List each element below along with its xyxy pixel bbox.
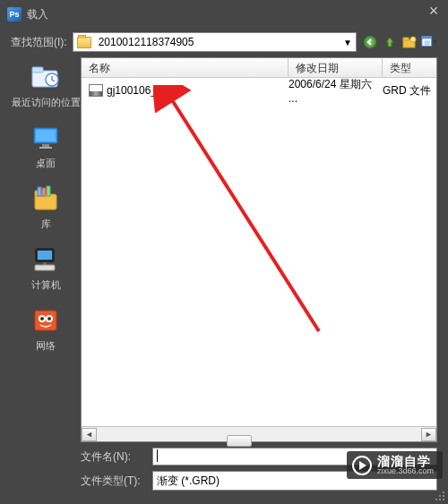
library-icon: [30, 183, 62, 215]
svg-rect-5: [422, 37, 432, 39]
dialog-title: 载入: [27, 7, 48, 22]
up-button[interactable]: [382, 34, 398, 50]
file-name: gj100106_3.grd: [107, 84, 181, 97]
svg-line-30: [169, 96, 319, 331]
svg-point-28: [40, 317, 44, 320]
svg-rect-22: [38, 251, 52, 260]
sidebar-recent-label: 最近访问的位置: [12, 96, 81, 109]
svg-rect-14: [42, 144, 49, 147]
svg-rect-18: [38, 187, 41, 196]
recent-places-icon: [30, 61, 62, 93]
sidebar-library[interactable]: 库: [30, 183, 62, 231]
svg-rect-10: [32, 67, 43, 73]
horizontal-scrollbar[interactable]: ◄ ►: [82, 426, 436, 441]
sidebar-library-label: 库: [41, 218, 51, 231]
grd-file-icon: [89, 84, 103, 97]
svg-rect-24: [35, 265, 55, 270]
places-sidebar: 最近访问的位置 桌面 库: [11, 57, 81, 442]
title-bar: Ps 载入 ×: [4, 4, 444, 25]
path-dropdown[interactable]: 2010012118374905 ▼: [73, 32, 357, 52]
column-date[interactable]: 修改日期: [289, 58, 383, 77]
filetype-label: 文件类型(T):: [81, 474, 145, 489]
scroll-left-arrow[interactable]: ◄: [82, 428, 97, 441]
svg-rect-19: [42, 188, 46, 196]
file-list-pane: 名称 修改日期 类型 gj100106_3.grd 2006/6/24 星期六 …: [81, 57, 437, 442]
sidebar-recent[interactable]: 最近访问的位置: [12, 61, 81, 109]
column-type[interactable]: 类型: [383, 58, 436, 77]
close-button[interactable]: ×: [425, 2, 443, 21]
svg-point-29: [47, 317, 51, 320]
lookup-label: 查找范围(I):: [11, 35, 67, 50]
svg-point-0: [364, 36, 376, 48]
sidebar-computer[interactable]: 计算机: [30, 243, 62, 292]
file-date: 2006/6/24 星期六 ...: [289, 78, 383, 105]
sidebar-network-label: 网络: [36, 339, 56, 353]
svg-rect-16: [35, 194, 56, 209]
path-text: 2010012118374905: [99, 36, 194, 48]
file-list[interactable]: gj100106_3.grd 2006/6/24 星期六 ... GRD 文件: [82, 78, 436, 426]
app-icon: Ps: [7, 7, 22, 21]
filetype-value: 渐变 (*.GRD): [157, 474, 220, 489]
resize-grip[interactable]: [434, 490, 444, 500]
folder-icon: [77, 37, 91, 48]
back-button[interactable]: [362, 34, 378, 50]
sidebar-computer-label: 计算机: [31, 278, 61, 292]
sidebar-desktop[interactable]: 桌面: [30, 122, 62, 170]
svg-point-3: [410, 37, 416, 42]
file-row[interactable]: gj100106_3.grd 2006/6/24 星期六 ... GRD 文件: [82, 81, 436, 99]
desktop-icon: [30, 122, 62, 154]
scroll-thumb[interactable]: [227, 435, 252, 447]
new-folder-button[interactable]: [401, 34, 418, 50]
sidebar-desktop-label: 桌面: [36, 157, 56, 170]
play-icon: [352, 456, 372, 475]
filename-label: 文件名(N):: [81, 449, 145, 465]
scroll-right-arrow[interactable]: ►: [421, 428, 436, 441]
file-type: GRD 文件: [383, 83, 436, 98]
computer-icon: [30, 243, 62, 276]
dropdown-arrow-icon: ▼: [343, 38, 352, 47]
column-name[interactable]: 名称: [82, 58, 289, 77]
view-menu-button[interactable]: [421, 34, 437, 50]
watermark-main: 溜溜自学: [377, 455, 434, 467]
column-headers[interactable]: 名称 修改日期 类型: [82, 58, 436, 78]
watermark: 溜溜自学 zixue.3d66.com: [347, 451, 443, 479]
svg-rect-2: [403, 38, 409, 40]
annotation-arrow: [153, 85, 332, 345]
network-icon: [30, 304, 62, 337]
sidebar-network[interactable]: 网络: [30, 304, 62, 353]
watermark-sub: zixue.3d66.com: [377, 467, 434, 475]
svg-rect-13: [36, 130, 56, 141]
svg-rect-20: [47, 186, 50, 196]
svg-rect-15: [39, 147, 52, 149]
